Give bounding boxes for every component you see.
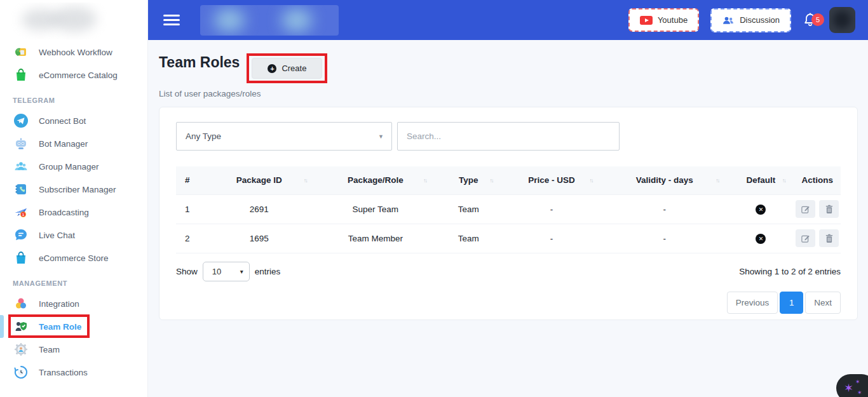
plus-circle-icon: + xyxy=(268,64,276,73)
entries-label: entries xyxy=(255,267,281,276)
user-avatar[interactable] xyxy=(829,7,855,33)
showing-entries-text: Showing 1 to 2 of 2 entries xyxy=(739,267,841,276)
sidebar-item-connect-bot[interactable]: Connect Bot xyxy=(0,109,147,132)
create-button[interactable]: + Create xyxy=(252,58,322,79)
column-header-type[interactable]: Type↑↓ xyxy=(435,166,502,194)
package-role-cell: Team Member xyxy=(316,224,435,253)
default-cell: ✕ xyxy=(728,194,794,224)
create-button-label: Create xyxy=(281,64,306,73)
sort-icon: ↑↓ xyxy=(304,177,307,184)
youtube-icon xyxy=(640,16,653,25)
column-header-price[interactable]: Price - USD↑↓ xyxy=(502,166,602,194)
sort-icon: ↑↓ xyxy=(782,177,785,184)
sidebar-item-label: Transactions xyxy=(39,368,88,377)
transactions-icon xyxy=(13,364,29,380)
team-roles-card: Any Type ▼ # Package ID↑↓ Package/Role↑↓… xyxy=(159,107,858,320)
sidebar-section-telegram: TELEGRAM xyxy=(0,86,147,109)
top-header: Youtube Discussion 5 xyxy=(148,0,868,40)
package-role-cell: Super Team xyxy=(316,194,435,224)
previous-page-button[interactable]: Previous xyxy=(727,292,778,314)
show-label: Show xyxy=(176,267,198,276)
default-cell: ✕ xyxy=(728,224,794,253)
sort-icon: ↑↓ xyxy=(589,177,592,184)
type-cell: Team xyxy=(435,194,502,224)
sidebar-item-bot-manager[interactable]: Bot Manager xyxy=(0,132,147,155)
page-size-select[interactable]: 10 ▾ xyxy=(203,262,250,281)
delete-button[interactable] xyxy=(819,200,839,218)
catalog-bag-icon xyxy=(13,67,29,83)
sort-icon: ↑↓ xyxy=(715,177,719,184)
annotation-box-create: + Create xyxy=(247,53,327,83)
ai-assistant-button[interactable]: ✶ ✶ ✶ xyxy=(836,374,868,397)
page-1-button[interactable]: 1 xyxy=(780,292,803,314)
row-number: 1 xyxy=(176,194,203,224)
package-id-cell: 2691 xyxy=(203,194,316,224)
app-logo-blurred xyxy=(8,3,140,39)
actions-cell xyxy=(794,224,841,253)
actions-cell xyxy=(794,194,841,224)
active-item-indicator xyxy=(0,315,4,338)
x-circle-icon: ✕ xyxy=(756,234,766,244)
table-row: 2 1695 Team Member Team - - ✕ xyxy=(176,224,841,253)
sidebar-item-subscriber-manager[interactable]: Subscriber Manager xyxy=(0,178,147,201)
column-header-default[interactable]: Default↑↓ xyxy=(728,166,794,194)
robot-icon xyxy=(13,135,29,152)
hamburger-menu-icon[interactable] xyxy=(163,12,180,28)
youtube-button[interactable]: Youtube xyxy=(628,8,699,32)
sort-icon: ↑↓ xyxy=(423,177,426,184)
header-blurred-content xyxy=(200,5,339,36)
row-number: 2 xyxy=(176,224,203,253)
column-header-package-id[interactable]: Package ID↑↓ xyxy=(203,166,316,194)
integration-icon xyxy=(13,295,29,312)
sidebar-item-label: Team xyxy=(39,345,60,354)
youtube-button-label: Youtube xyxy=(658,15,688,25)
sidebar-item-label: Broadcasting xyxy=(39,208,89,217)
next-page-button[interactable]: Next xyxy=(805,292,841,314)
column-header-package-role[interactable]: Package/Role↑↓ xyxy=(316,166,435,194)
column-header-validity[interactable]: Validity - days↑↓ xyxy=(601,166,728,194)
edit-button[interactable] xyxy=(796,229,815,247)
sort-icon: ↑↓ xyxy=(490,177,493,184)
sidebar-item-label: eCommerce Store xyxy=(39,253,109,263)
price-cell: - xyxy=(502,224,602,253)
sidebar-item-team[interactable]: Team xyxy=(0,338,147,361)
column-header-num: # xyxy=(176,166,203,194)
column-header-actions: Actions xyxy=(794,166,841,194)
sidebar-item-label: Bot Manager xyxy=(39,139,88,149)
sidebar-item-broadcasting[interactable]: 1 Broadcasting xyxy=(0,201,147,224)
sidebar-item-label: Live Chat xyxy=(39,231,75,240)
edit-button[interactable] xyxy=(796,200,815,218)
sidebar-item-label: eCommerce Catalog xyxy=(39,71,118,80)
sidebar-item-webhook-workflow[interactable]: Webhook Workflow xyxy=(0,41,147,64)
sidebar-item-live-chat[interactable]: Live Chat xyxy=(0,224,147,246)
broadcast-icon: 1 xyxy=(13,204,29,220)
sidebar-item-transactions[interactable]: Transactions xyxy=(0,361,147,384)
telegram-icon xyxy=(13,112,29,129)
sidebar: Webhook Workflow eCommerce Catalog TELEG… xyxy=(0,0,148,397)
sidebar-item-ecommerce-catalog[interactable]: eCommerce Catalog xyxy=(0,64,147,86)
team-gear-icon xyxy=(13,341,29,358)
sidebar-item-label: Integration xyxy=(39,299,79,309)
sidebar-item-integration[interactable]: Integration xyxy=(0,292,147,315)
type-filter-select[interactable]: Any Type ▼ xyxy=(176,122,392,151)
sparkle-icon: ✶ xyxy=(857,389,862,396)
type-filter-value: Any Type xyxy=(186,131,221,141)
sidebar-item-label: Webhook Workflow xyxy=(39,48,112,57)
delete-button[interactable] xyxy=(819,229,839,247)
chevron-down-icon: ▾ xyxy=(240,268,243,275)
sparkle-icon: ✶ xyxy=(855,379,860,385)
notifications-button[interactable]: 5 xyxy=(803,12,818,29)
contacts-icon xyxy=(13,181,29,198)
sidebar-item-label: Team Role xyxy=(39,322,81,332)
store-bag-icon xyxy=(13,250,29,266)
main-content: Team Roles + Create List of user package… xyxy=(148,40,868,397)
discussion-button[interactable]: Discussion xyxy=(710,8,791,32)
sidebar-item-ecommerce-store[interactable]: eCommerce Store xyxy=(0,246,147,269)
search-input[interactable] xyxy=(397,122,620,151)
users-icon xyxy=(722,15,735,25)
x-circle-icon: ✕ xyxy=(756,205,766,215)
sidebar-item-group-manager[interactable]: Group Manager xyxy=(0,155,147,178)
team-roles-table: # Package ID↑↓ Package/Role↑↓ Type↑↓ Pri… xyxy=(176,166,841,253)
sidebar-item-team-role[interactable]: Team Role xyxy=(0,315,147,338)
type-cell: Team xyxy=(435,224,502,253)
